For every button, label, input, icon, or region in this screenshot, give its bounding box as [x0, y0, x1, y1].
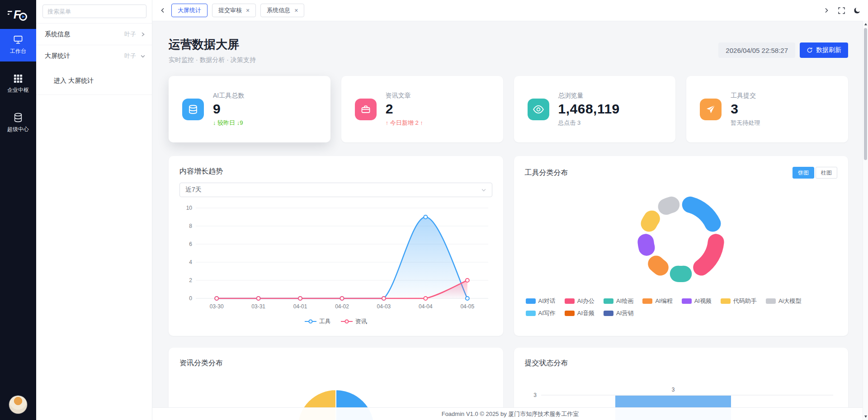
chevron-right-icon	[823, 7, 830, 14]
app-footer: Foadmin V1.0 © 2025 by 厦门市知序技术服务工作室	[152, 407, 868, 420]
select-value: 近7天	[185, 186, 202, 194]
svg-text:03-30: 03-30	[210, 303, 224, 310]
fullscreen-button[interactable]	[838, 7, 845, 14]
tab-label: 系统信息	[267, 6, 290, 14]
sidebar-item-enterprise-hub[interactable]: 企业中枢	[0, 68, 36, 100]
fullscreen-icon	[838, 7, 845, 14]
tab-dashboard-stats[interactable]: 大屏统计	[171, 4, 208, 17]
grid-icon	[14, 74, 23, 83]
legend-line-marker	[341, 319, 353, 324]
legend-item[interactable]: 资讯	[341, 317, 367, 326]
legend-item[interactable]: AI对话	[526, 297, 556, 305]
legend-item[interactable]: 工具	[305, 317, 331, 326]
dark-mode-toggle[interactable]	[854, 7, 861, 14]
panel-tool-category: 工具分类分布 饼图 柱图 AI对话 AI办公 AI绘画 AI编程 AI视频 代码…	[514, 156, 849, 336]
svg-text:03-31: 03-31	[251, 303, 265, 310]
svg-text:04-01: 04-01	[293, 303, 307, 310]
page-title: 运营数据大屏	[169, 36, 256, 52]
legend-item[interactable]: AI视频	[682, 297, 712, 305]
page-subtitle: 实时监控 · 数据分析 · 决策支持	[169, 56, 256, 64]
briefcase-icon	[355, 99, 377, 120]
chevron-right-icon	[140, 32, 146, 37]
svg-text:0: 0	[189, 295, 192, 302]
chevron-down-icon	[481, 187, 486, 193]
eye-icon	[528, 99, 549, 120]
stat-card-news-articles[interactable]: 资讯文章 2 ↑ 今日新增 2 ↑	[341, 76, 503, 142]
svg-text:3: 3	[533, 392, 537, 398]
sidebar-item-super-center[interactable]: 超级中心	[0, 107, 36, 139]
stat-trend: 暂无待处理	[731, 119, 760, 127]
data-refresh-button[interactable]: 数据刷新	[800, 42, 848, 58]
page-header: 运营数据大屏 实时监控 · 数据分析 · 决策支持 2026/04/05 22:…	[169, 36, 848, 64]
refresh-label: 数据刷新	[816, 46, 841, 54]
charts-row: 内容增长趋势 近7天 024681003-3003-3104-0104-0204…	[169, 156, 848, 336]
panel-title: 内容增长趋势	[179, 167, 492, 176]
menu-item-badge: 叶子	[124, 52, 136, 60]
legend-swatch	[604, 298, 613, 304]
panel-title: 资讯分类分布	[179, 359, 492, 368]
legend-swatch	[565, 311, 575, 316]
tabs-scroll-left[interactable]	[159, 7, 167, 14]
date-range-select[interactable]: 近7天	[179, 183, 492, 197]
donut-chart	[525, 182, 838, 295]
stat-label: 总浏览量	[558, 92, 620, 100]
svg-text:04-02: 04-02	[335, 303, 349, 310]
logo-icon: F	[8, 7, 28, 22]
legend-swatch	[565, 298, 575, 304]
svg-text:04-05: 04-05	[460, 303, 474, 310]
tab-bar: 大屏统计 提交审核 × 系统信息 ×	[152, 0, 868, 21]
stat-label: 工具提交	[731, 92, 760, 100]
tab-close-icon[interactable]: ×	[294, 7, 298, 14]
database-icon	[13, 113, 23, 123]
sidebar-item-workbench[interactable]: 工作台	[0, 29, 36, 61]
menu-search	[36, 0, 152, 24]
legend-line-marker	[305, 319, 316, 324]
legend-item[interactable]: 代码助手	[721, 297, 757, 305]
refresh-icon	[807, 47, 813, 53]
menu-item-badge: 叶子	[124, 30, 136, 38]
legend-item[interactable]: AI音频	[565, 309, 594, 317]
chevron-left-icon	[160, 7, 166, 14]
legend-label: AI办公	[577, 297, 594, 305]
menu-search-input[interactable]	[42, 5, 146, 18]
legend-label: AI对话	[538, 297, 556, 305]
legend-item[interactable]: Ai大模型	[766, 297, 802, 305]
legend-item[interactable]: AI办公	[565, 297, 594, 305]
legend-item[interactable]: AI营销	[604, 309, 633, 317]
stat-card-ai-tools[interactable]: AI工具总数 9 ↓ 较昨日 ↓9	[169, 76, 330, 142]
panel-title: 提交状态分布	[525, 359, 838, 368]
user-avatar[interactable]	[9, 396, 27, 414]
rail-item-label: 工作台	[10, 47, 26, 55]
legend-swatch	[604, 311, 613, 316]
scrollbar-thumb[interactable]	[864, 28, 867, 160]
legend-label: Ai大模型	[778, 297, 802, 305]
scroll-up-arrow-icon[interactable]	[864, 23, 867, 25]
toggle-bar-button[interactable]: 柱图	[816, 167, 837, 179]
tab-submit-review[interactable]: 提交审核 ×	[212, 4, 256, 17]
tab-close-icon[interactable]: ×	[246, 7, 250, 14]
toggle-pie-button[interactable]: 饼图	[793, 167, 814, 179]
scroll-down-arrow-icon[interactable]	[864, 415, 867, 418]
tabs-scroll-right[interactable]	[823, 7, 830, 14]
menu-item-dashboard-stats[interactable]: 大屏统计 叶子	[36, 45, 152, 67]
legend-item[interactable]: AI编程	[642, 297, 672, 305]
chevron-down-icon	[140, 53, 146, 59]
menu-item-system-info[interactable]: 系统信息 叶子	[36, 24, 152, 45]
tab-system-info[interactable]: 系统信息 ×	[260, 4, 304, 17]
legend-swatch	[682, 298, 692, 304]
monitor-icon	[13, 35, 23, 44]
legend-item[interactable]: AI写作	[526, 309, 556, 317]
svg-text:8: 8	[189, 223, 192, 229]
app-logo[interactable]: F	[0, 0, 36, 29]
svg-text:04-04: 04-04	[419, 303, 433, 310]
svg-text:2: 2	[189, 277, 192, 283]
stat-card-tool-submissions[interactable]: 工具提交 3 暂无待处理	[686, 76, 848, 142]
stat-card-total-views[interactable]: 总浏览量 1,468,119 总点击 3	[514, 76, 676, 142]
legend-swatch	[526, 311, 536, 316]
stat-trend: ↓ 较昨日 ↓9	[213, 119, 244, 127]
menu-subitem-enter-dashboard[interactable]: 进入 大屏统计	[36, 67, 152, 95]
legend-label: 工具	[319, 317, 331, 326]
moon-icon	[854, 7, 861, 14]
vertical-scrollbar[interactable]	[863, 21, 868, 420]
legend-item[interactable]: AI绘画	[604, 297, 633, 305]
